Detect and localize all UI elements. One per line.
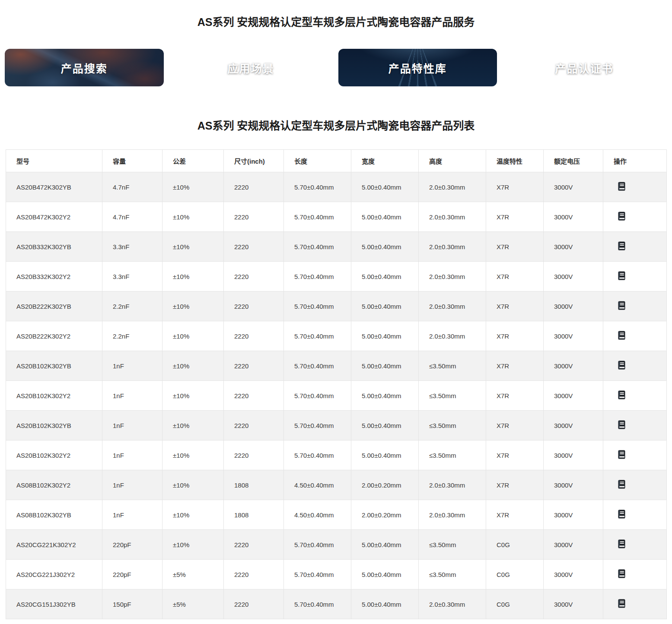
table-row: AS08B102K302Y21nF±10%18084.50±0.40mm2.00… [6, 470, 667, 500]
banner-product-feature-library[interactable]: 产品特性库 [338, 49, 497, 86]
cell-size: 2220 [224, 440, 284, 470]
cell-tolerance: ±10% [162, 232, 224, 262]
cell-voltage: 3000V [544, 381, 603, 411]
cell-length: 4.50±0.40mm [284, 500, 351, 530]
cell-temp: C0G [486, 589, 544, 619]
cell-capacity: 2.2nF [102, 321, 162, 351]
cell-tolerance: ±10% [162, 351, 224, 381]
datasheet-book-icon[interactable] [618, 182, 625, 191]
banner-product-search[interactable]: 产品搜索 [5, 49, 164, 86]
cell-temp: X7R [486, 262, 544, 291]
cell-size: 2220 [224, 411, 284, 440]
cell-tolerance: ±10% [162, 381, 224, 411]
cell-model: AS20B102K302Y2 [6, 440, 102, 470]
cell-length: 4.50±0.40mm [284, 470, 351, 500]
cell-width: 5.00±0.40mm [351, 202, 419, 232]
cell-action [603, 351, 667, 381]
cell-temp: C0G [486, 530, 544, 560]
table-row: AS20B102K302Y21nF±10%22205.70±0.40mm5.00… [6, 381, 667, 411]
cell-model: AS20B222K302Y2 [6, 321, 102, 351]
cell-height: 2.0±0.30mm [419, 291, 486, 321]
banner-application-scenarios-label: 应用场景 [228, 60, 274, 76]
cell-height: ≤3.50mm [419, 560, 486, 589]
datasheet-book-icon[interactable] [618, 420, 625, 429]
cell-action [603, 589, 667, 619]
cell-length: 5.70±0.40mm [284, 291, 351, 321]
datasheet-book-icon[interactable] [618, 271, 625, 280]
cell-capacity: 4.7nF [102, 202, 162, 232]
cell-size: 2220 [224, 172, 284, 202]
product-table-body: AS20B472K302YB4.7nF±10%22205.70±0.40mm5.… [6, 172, 667, 619]
cell-size: 2220 [224, 381, 284, 411]
cell-tolerance: ±10% [162, 202, 224, 232]
cell-action [603, 321, 667, 351]
cell-temp: X7R [486, 172, 544, 202]
datasheet-book-icon[interactable] [618, 212, 625, 221]
cell-model: AS20B102K302YB [6, 351, 102, 381]
cell-action [603, 232, 667, 262]
cell-length: 5.70±0.40mm [284, 381, 351, 411]
cell-tolerance: ±10% [162, 291, 224, 321]
datasheet-book-icon[interactable] [618, 361, 625, 370]
cell-model: AS20B102K302YB [6, 411, 102, 440]
cell-tolerance: ±5% [162, 560, 224, 589]
datasheet-book-icon[interactable] [618, 450, 625, 459]
cell-capacity: 4.7nF [102, 172, 162, 202]
cell-width: 2.00±0.20mm [351, 500, 419, 530]
table-row: AS20B332K302YB3.3nF±10%22205.70±0.40mm5.… [6, 232, 667, 262]
datasheet-book-icon[interactable] [618, 480, 625, 489]
datasheet-book-icon[interactable] [618, 241, 625, 250]
table-header-row: 型号 容量 公差 尺寸(inch) 长度 宽度 高度 温度特性 额定电压 操作 [6, 150, 667, 172]
table-row: AS20B332K302Y23.3nF±10%22205.70±0.40mm5.… [6, 262, 667, 291]
cell-width: 5.00±0.40mm [351, 381, 419, 411]
cell-tolerance: ±10% [162, 411, 224, 440]
product-table: 型号 容量 公差 尺寸(inch) 长度 宽度 高度 温度特性 额定电压 操作 … [6, 149, 667, 619]
banner-row: 产品搜索 应用场景 产品特性库 产品认证书 [5, 49, 664, 86]
cell-size: 2220 [224, 202, 284, 232]
cell-height: 2.0±0.30mm [419, 589, 486, 619]
cell-action [603, 470, 667, 500]
cell-capacity: 220pF [102, 530, 162, 560]
cell-action [603, 500, 667, 530]
cell-length: 5.70±0.40mm [284, 440, 351, 470]
cell-voltage: 3000V [544, 500, 603, 530]
cell-action [603, 262, 667, 291]
cell-width: 5.00±0.40mm [351, 589, 419, 619]
cell-temp: X7R [486, 351, 544, 381]
cell-height: ≤3.50mm [419, 351, 486, 381]
cell-voltage: 3000V [544, 321, 603, 351]
datasheet-book-icon[interactable] [618, 510, 625, 519]
cell-tolerance: ±10% [162, 262, 224, 291]
header-height: 高度 [419, 150, 486, 172]
cell-size: 1808 [224, 470, 284, 500]
cell-temp: C0G [486, 560, 544, 589]
banner-application-scenarios[interactable]: 应用场景 [172, 49, 331, 86]
datasheet-book-icon[interactable] [618, 331, 625, 340]
header-model: 型号 [6, 150, 102, 172]
datasheet-book-icon[interactable] [618, 301, 625, 310]
cell-width: 5.00±0.40mm [351, 172, 419, 202]
header-rated-voltage: 额定电压 [544, 150, 603, 172]
header-width: 宽度 [351, 150, 419, 172]
datasheet-book-icon[interactable] [618, 599, 625, 608]
banner-product-certificates[interactable]: 产品认证书 [505, 49, 664, 86]
cell-length: 5.70±0.40mm [284, 172, 351, 202]
table-row: AS20B472K302Y24.7nF±10%22205.70±0.40mm5.… [6, 202, 667, 232]
datasheet-book-icon[interactable] [618, 569, 625, 578]
cell-height: ≤3.50mm [419, 381, 486, 411]
cell-height: 2.0±0.30mm [419, 202, 486, 232]
datasheet-book-icon[interactable] [618, 539, 625, 548]
datasheet-book-icon[interactable] [618, 390, 625, 399]
cell-capacity: 150pF [102, 589, 162, 619]
cell-capacity: 1nF [102, 351, 162, 381]
cell-temp: X7R [486, 470, 544, 500]
cell-voltage: 3000V [544, 202, 603, 232]
cell-model: AS20B332K302Y2 [6, 262, 102, 291]
cell-model: AS08B102K302YB [6, 500, 102, 530]
page-title: AS系列 安规规格认定型车规多层片式陶瓷电容器产品服务 [0, 16, 672, 29]
cell-model: AS20B332K302YB [6, 232, 102, 262]
cell-tolerance: ±10% [162, 440, 224, 470]
product-table-wrap: 型号 容量 公差 尺寸(inch) 长度 宽度 高度 温度特性 额定电压 操作 … [6, 149, 666, 619]
table-row: AS20B472K302YB4.7nF±10%22205.70±0.40mm5.… [6, 172, 667, 202]
cell-tolerance: ±10% [162, 500, 224, 530]
